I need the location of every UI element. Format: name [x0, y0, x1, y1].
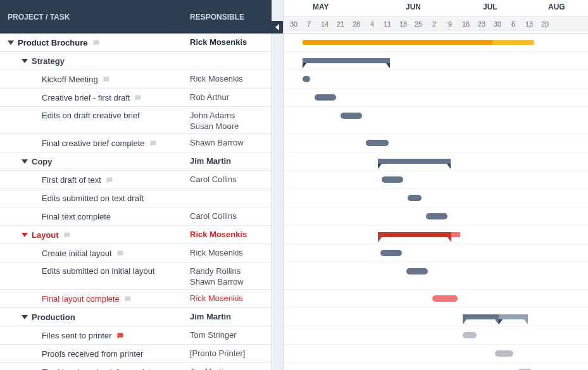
task-panel-header: PROJECT / TASK RESPONSIBLE	[0, 0, 272, 34]
day-label: 30	[290, 20, 297, 28]
responsible-cell: Rick Mosenkis	[190, 248, 272, 259]
day-label: 30	[494, 20, 501, 28]
gantt-row	[284, 326, 588, 345]
expand-icon[interactable]	[22, 315, 28, 319]
task-name: Strategy	[32, 56, 65, 66]
comment-icon[interactable]	[63, 231, 71, 239]
day-label: 4	[370, 20, 374, 28]
task-row[interactable]: Final layout completeRick Mosenkis	[0, 290, 272, 308]
gantt-row	[284, 70, 588, 89]
summary-bar[interactable]	[463, 314, 499, 319]
task-bar[interactable]	[341, 113, 362, 119]
panel-resizer[interactable]	[272, 0, 284, 370]
task-name: Final brochure back from printer	[42, 367, 158, 371]
task-bar[interactable]	[380, 250, 402, 256]
task-bar[interactable]	[315, 94, 336, 101]
group-row[interactable]: Strategy	[0, 52, 272, 70]
task-name: Final creative brief complete	[42, 139, 145, 148]
project-row[interactable]: Product BrochureRick Mosenkis	[0, 34, 272, 52]
month-label: JUN	[406, 3, 421, 11]
day-label: 14	[321, 20, 328, 28]
task-row[interactable]: Proofs received from printer[Pronto Prin…	[0, 345, 272, 363]
task-bar[interactable]	[463, 332, 477, 338]
expand-icon[interactable]	[8, 40, 14, 45]
task-name: Edits submitted on initial layout	[42, 266, 154, 276]
task-name: Create initial layout	[42, 249, 112, 258]
task-row[interactable]: Final creative brief completeShawn Barro…	[0, 134, 272, 152]
summary-bar[interactable]	[499, 314, 528, 319]
comment-icon[interactable]	[105, 176, 113, 184]
summary-bar[interactable]	[378, 159, 451, 164]
task-name: Proofs received from printer	[42, 349, 143, 359]
summary-bar-overrun	[451, 232, 460, 237]
day-label: 20	[541, 20, 549, 28]
gantt-row	[284, 345, 588, 363]
task-bar[interactable]	[382, 176, 403, 183]
group-row[interactable]: CopyJim Martin	[0, 152, 272, 171]
task-bar[interactable]	[426, 213, 447, 219]
task-bar[interactable]	[406, 268, 428, 274]
day-label: 21	[337, 20, 344, 28]
collapse-left-button[interactable]	[272, 21, 283, 34]
comment-icon[interactable]	[123, 295, 132, 303]
comment-icon[interactable]	[102, 76, 110, 83]
day-label: 7	[307, 20, 311, 28]
task-bar[interactable]	[303, 76, 310, 82]
day-label: 28	[353, 20, 360, 28]
gantt-row	[284, 207, 588, 226]
responsible-cell: Rick Mosenkis	[190, 74, 272, 85]
responsible-cell: Rick Mosenkis	[190, 293, 272, 304]
task-bar[interactable]	[408, 195, 422, 201]
task-row[interactable]: Kickoff MeetingRick Mosenkis	[0, 70, 272, 89]
task-name: Final layout complete	[42, 294, 120, 304]
expand-icon[interactable]	[22, 159, 28, 164]
day-label: 6	[511, 20, 515, 28]
comment-icon[interactable]	[92, 39, 100, 47]
task-row[interactable]: Create initial layoutRick Mosenkis	[0, 244, 272, 262]
responsible-cell: Rick Mosenkis	[190, 37, 272, 48]
responsible-cell: Rick Mosenkis	[190, 230, 272, 240]
summary-bar[interactable]	[303, 58, 390, 63]
comment-icon[interactable]	[149, 140, 157, 147]
task-row[interactable]: Edits on draft creative briefJohn AdamsS…	[0, 107, 272, 134]
task-row[interactable]: Edits submitted on text draft	[0, 189, 272, 207]
summary-bar[interactable]	[378, 232, 451, 237]
gantt-row	[284, 34, 588, 52]
responsible-cell: Tom Stringer	[190, 330, 272, 341]
column-header-task[interactable]: PROJECT / TASK	[0, 13, 190, 22]
task-bar[interactable]	[432, 295, 458, 302]
gantt-row	[284, 290, 588, 308]
comment-icon[interactable]	[116, 332, 124, 340]
task-name: Kickoff Meeting	[42, 75, 98, 84]
comment-icon[interactable]	[134, 94, 142, 102]
task-bar[interactable]	[366, 140, 389, 146]
task-row[interactable]: Creative brief - first draftRob Arthur	[0, 89, 272, 107]
gantt-row	[284, 363, 588, 370]
task-name: First draft of text	[42, 175, 101, 185]
gantt-body[interactable]	[284, 34, 588, 370]
gantt-row	[284, 226, 588, 244]
column-header-responsible[interactable]: RESPONSIBLE	[190, 13, 272, 22]
responsible-cell: John AdamsSusan Moore	[190, 111, 272, 132]
task-row[interactable]: Edits submitted on initial layoutRandy R…	[0, 262, 272, 290]
day-label: 2	[432, 20, 436, 28]
gantt-row	[284, 262, 588, 290]
task-row[interactable]: Final text completeCarol Collins	[0, 207, 272, 226]
task-row[interactable]: Final brochure back from printerJim Mart…	[0, 363, 272, 370]
responsible-cell: Jim Martin	[190, 156, 272, 167]
project-bar[interactable]	[303, 40, 534, 45]
task-row[interactable]: Files sent to printerTom Stringer	[0, 326, 272, 345]
gantt-row	[284, 52, 588, 70]
expand-icon[interactable]	[22, 233, 28, 237]
task-bar[interactable]	[495, 350, 513, 357]
timeline-header: MAYJUNJULAUG 307142128411182529162330613…	[284, 0, 588, 34]
month-label: MAY	[313, 3, 329, 11]
comment-icon[interactable]	[116, 250, 124, 257]
responsible-cell: Jim Martin	[190, 367, 272, 370]
expand-icon[interactable]	[22, 59, 28, 63]
task-name: Product Brochure	[18, 38, 88, 47]
task-row[interactable]: First draft of textCarol Collins	[0, 171, 272, 189]
gantt-row	[284, 152, 588, 171]
group-row[interactable]: LayoutRick Mosenkis	[0, 226, 272, 244]
group-row[interactable]: ProductionJim Martin	[0, 308, 272, 326]
